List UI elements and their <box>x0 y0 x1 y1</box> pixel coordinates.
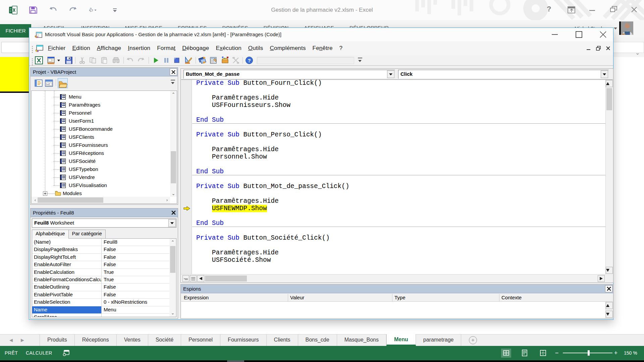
sheet-tab[interactable]: Menu <box>386 334 416 346</box>
property-value[interactable]: Feuil8 <box>102 239 169 246</box>
project-tree-item[interactable]: UserForm1 <box>32 117 169 125</box>
sheet-tab[interactable]: Réceptions <box>75 335 117 346</box>
scroll-down-icon[interactable] <box>606 311 613 318</box>
close-icon[interactable] <box>631 6 638 13</box>
page-layout-view-icon[interactable] <box>520 349 530 358</box>
scroll-up-icon[interactable]: ⌃ <box>170 92 177 98</box>
vba-menu-item[interactable]: Fenêtre <box>309 41 336 55</box>
sheet-nav-right-icon[interactable]: ▶ <box>21 338 24 343</box>
code-line[interactable]: Private Sub Button_Mot_de_passe_Click() <box>192 183 605 190</box>
code-line[interactable]: Paramêtrages.Hide <box>192 197 605 205</box>
code-line[interactable]: End Sub <box>192 116 605 124</box>
zoom-slider-handle[interactable] <box>588 350 590 356</box>
vba-menu-item[interactable]: Outils <box>245 41 267 55</box>
restore-icon[interactable] <box>610 5 618 13</box>
project-tree-item[interactable]: Personnel <box>32 109 169 117</box>
code-line[interactable]: USFNEWMDP.Show <box>192 205 605 212</box>
property-value[interactable]: True <box>102 276 169 283</box>
property-value[interactable]: False <box>102 254 169 261</box>
property-value[interactable]: False <box>102 261 169 268</box>
property-name[interactable]: EnableSelection <box>32 299 102 306</box>
zoom-level[interactable]: 150 % <box>624 350 637 356</box>
status-calculate[interactable]: CALCULER <box>26 350 52 356</box>
vba-menu-item[interactable]: Compléments <box>267 41 309 55</box>
project-explorer-icon[interactable] <box>198 56 206 64</box>
toggle-folders-icon[interactable] <box>58 78 68 88</box>
property-value[interactable]: False <box>102 246 169 253</box>
ribbon-display-options-icon[interactable] <box>568 6 576 14</box>
property-row[interactable]: EnableOutlining False <box>32 284 169 291</box>
properties-close-icon[interactable] <box>170 209 177 216</box>
property-value[interactable] <box>102 314 169 317</box>
sheet-tab[interactable]: parametrage <box>416 335 462 346</box>
property-value[interactable]: Menu <box>102 306 169 313</box>
project-toolbar-options-icon[interactable] <box>169 78 177 87</box>
scrollbar-thumb[interactable] <box>38 197 103 203</box>
view-code-icon[interactable] <box>34 79 43 87</box>
scrollbar-thumb[interactable] <box>170 246 175 273</box>
vba-menu-item[interactable]: Insertion <box>124 41 154 55</box>
property-value[interactable]: False <box>102 284 169 291</box>
code-line[interactable]: End Sub <box>192 168 605 175</box>
code-line[interactable] <box>192 161 605 168</box>
property-row[interactable]: ScrollArea <box>32 314 169 317</box>
property-value[interactable]: True <box>102 269 169 276</box>
sheet-tab[interactable]: Masque_Bons <box>337 335 386 346</box>
formula-bar-expand-icon[interactable]: ⌄ <box>635 50 640 56</box>
vba-help-icon[interactable]: ? <box>245 56 253 64</box>
vba-close-icon[interactable] <box>595 28 611 41</box>
code-line[interactable]: Private Sub Button_Fourn_Click() <box>192 79 605 87</box>
project-tree-folder[interactable]: Modules <box>32 189 169 197</box>
sheet-tab[interactable]: Ventes <box>117 335 148 346</box>
vba-menu-item[interactable]: Débogage <box>179 41 212 55</box>
minimize-icon[interactable] <box>589 6 596 13</box>
combo-dropdown-icon[interactable] <box>601 70 608 78</box>
watches-column-header[interactable]: Type <box>394 295 406 300</box>
project-vertical-scrollbar[interactable]: ⌃ ⌄ <box>170 91 177 197</box>
code-line[interactable]: Paramêtrages.Hide <box>192 146 605 153</box>
vba-menu-item[interactable]: Fichier <box>45 41 69 55</box>
sheet-nav-left-icon[interactable]: ◀ <box>9 338 13 343</box>
property-name[interactable]: EnableFormatConditionsCalculation <box>32 276 102 283</box>
project-tree-item[interactable]: USFRéceptions <box>32 149 169 157</box>
scroll-up-icon[interactable] <box>606 302 613 309</box>
properties-object-combo[interactable]: Feuil8 Worksheet <box>32 219 176 228</box>
toolbox-icon[interactable] <box>232 56 240 64</box>
code-horizontal-scrollbar[interactable] <box>181 274 605 282</box>
project-tree-item[interactable]: USFClients <box>32 133 169 141</box>
vba-menu-item[interactable]: ? <box>336 41 346 55</box>
project-horizontal-scrollbar[interactable]: ‹ › <box>32 197 170 203</box>
name-box[interactable] <box>1 42 29 53</box>
menubar-drag-handle[interactable] <box>32 45 33 54</box>
paste-icon[interactable] <box>100 56 108 64</box>
run-icon[interactable] <box>152 56 160 64</box>
account-caret-icon[interactable] <box>614 27 617 29</box>
code-line[interactable]: End Sub <box>192 220 605 227</box>
property-name[interactable]: EnableAutoFilter <box>32 261 102 268</box>
property-value[interactable]: False <box>102 291 169 298</box>
yellow-cell[interactable] <box>0 57 29 93</box>
mdi-close-icon[interactable] <box>605 46 611 51</box>
reset-icon[interactable] <box>173 56 181 64</box>
property-name[interactable]: EnablePivotTable <box>32 291 102 298</box>
scroll-up-icon[interactable] <box>606 80 613 87</box>
watches-column-header[interactable]: Contexte <box>501 295 522 300</box>
property-name[interactable]: DisplayPageBreaks <box>32 246 102 253</box>
break-icon[interactable] <box>162 56 170 64</box>
code-line[interactable] <box>192 87 605 94</box>
sheet-tab[interactable]: Clients <box>267 335 298 346</box>
watches-panel-caption[interactable]: Espions <box>181 285 613 293</box>
project-close-icon[interactable] <box>170 68 177 75</box>
project-tree-item[interactable]: USFBoncommande <box>32 125 169 133</box>
watches-column-header[interactable]: Valeur <box>290 295 304 300</box>
properties-tab[interactable]: Alphabétique <box>32 230 69 239</box>
vba-menu-item[interactable]: Edition <box>69 41 93 55</box>
property-row[interactable]: EnablePivotTable False <box>32 291 169 299</box>
watches-column-header[interactable]: Expression <box>184 295 209 300</box>
insert-userform-icon[interactable] <box>47 56 55 64</box>
vba-menu-item[interactable]: Affichage <box>94 41 124 55</box>
code-line[interactable]: Private Sub Button_Perso_Click() <box>192 131 605 138</box>
properties-panel-caption[interactable]: Propriétés - Feuil8 <box>31 208 178 217</box>
scrollbar-thumb[interactable] <box>171 151 176 183</box>
sheet-tab[interactable]: Personnel <box>181 335 220 346</box>
